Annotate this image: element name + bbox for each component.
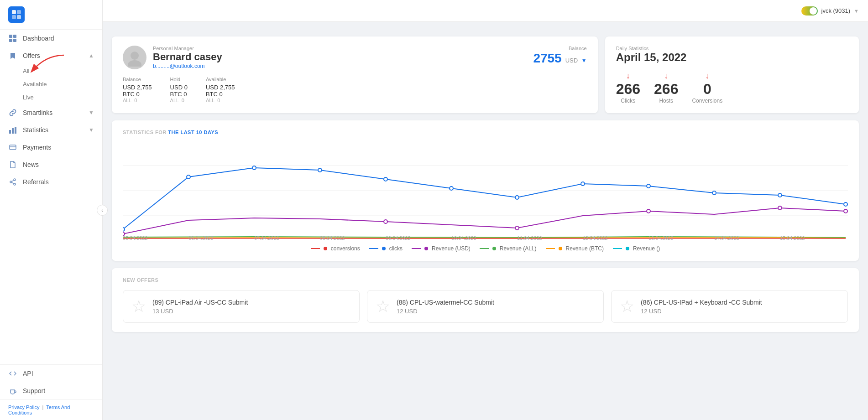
balance-value: 2755 xyxy=(533,51,561,66)
svg-point-26 xyxy=(318,168,322,172)
svg-point-23 xyxy=(123,228,125,231)
sidebar-item-news-label: News xyxy=(23,161,39,168)
logo-icon xyxy=(8,6,25,23)
main-content: Personal Manager Bernard casey b........… xyxy=(103,0,868,420)
avatar xyxy=(123,46,146,69)
balance-currency: USD ▼ xyxy=(565,57,587,64)
svg-point-32 xyxy=(712,191,716,195)
svg-point-33 xyxy=(778,193,782,197)
hosts-label: Hosts xyxy=(654,98,678,104)
sidebar-item-referrals[interactable]: Referrals xyxy=(0,173,102,191)
stat-hosts: ↓ 266 Hosts xyxy=(654,71,678,104)
chart-svg: 05.04.2022 06.04.2022 07.04.2022 08.04.2… xyxy=(123,140,848,241)
svg-text:14.04.2022: 14.04.2022 xyxy=(714,235,739,241)
toggle-knob xyxy=(810,7,817,15)
down-arrow-clicks: ↓ xyxy=(616,71,640,81)
daily-stats-card: Daily Statistics April 15, 2022 ↓ 266 Cl… xyxy=(605,36,859,113)
svg-rect-0 xyxy=(12,10,16,14)
grid-icon xyxy=(8,35,17,42)
hosts-value: 266 xyxy=(654,81,678,98)
svg-text:08.04.2022: 08.04.2022 xyxy=(320,235,345,241)
credit-card-icon xyxy=(8,144,17,151)
privacy-policy-link[interactable]: Privacy Policy xyxy=(8,404,39,410)
manager-header: Personal Manager Bernard casey b........… xyxy=(123,46,587,69)
svg-point-30 xyxy=(581,182,585,186)
sidebar-item-payments[interactable]: Payments xyxy=(0,139,102,156)
sidebar-item-dashboard-label: Dashboard xyxy=(23,35,54,42)
legend-conversions: conversions xyxy=(311,245,360,252)
manager-card: Personal Manager Bernard casey b........… xyxy=(112,36,598,113)
svg-text:10.04.2022: 10.04.2022 xyxy=(451,235,476,241)
stat-conversions: ↓ 0 Conversions xyxy=(692,71,722,104)
offer-star-86[interactable]: ☆ xyxy=(620,297,634,316)
offer-star-88[interactable]: ☆ xyxy=(376,297,390,316)
balance-item-hold: Hold USD 0 BTC 0 ALL 0 xyxy=(170,77,188,103)
theme-toggle[interactable] xyxy=(801,6,818,16)
chevron-down-icon: ▼ xyxy=(89,109,94,116)
sidebar-sub-all[interactable]: All xyxy=(0,64,102,78)
legend-revenue-btc-label: Revenue (BTC) xyxy=(566,245,604,252)
offer-title-88: (88) CPL-US-watermel-CC Submit xyxy=(397,299,494,306)
sidebar-item-api[interactable]: API xyxy=(0,365,102,382)
svg-point-19 xyxy=(128,60,141,67)
svg-rect-10 xyxy=(15,127,16,134)
svg-rect-6 xyxy=(9,39,12,42)
sidebar-item-dashboard[interactable]: Dashboard xyxy=(0,30,102,47)
coffee-icon xyxy=(8,387,17,394)
svg-point-24 xyxy=(187,175,190,179)
svg-rect-7 xyxy=(13,39,16,42)
sidebar-item-support[interactable]: Support xyxy=(0,382,102,399)
svg-rect-2 xyxy=(12,15,16,19)
clicks-value: 266 xyxy=(616,81,640,98)
link-icon xyxy=(8,109,17,116)
sidebar-item-news[interactable]: News xyxy=(0,156,102,173)
legend-revenue-empty: Revenue () xyxy=(613,245,660,252)
sidebar-sub-live[interactable]: Live xyxy=(0,91,102,104)
manager-email: b.........@outlook.com xyxy=(153,63,222,69)
offers-section: NEW OFFERS ☆ (89) CPL-iPad Air -US-CC Su… xyxy=(112,268,859,332)
sidebar-item-offers[interactable]: Offers ▲ xyxy=(0,47,102,64)
sidebar-item-support-label: Support xyxy=(23,387,45,394)
down-arrow-hosts: ↓ xyxy=(654,71,678,81)
svg-point-28 xyxy=(450,187,453,190)
svg-point-13 xyxy=(14,179,16,181)
code-icon xyxy=(8,370,17,377)
svg-point-27 xyxy=(384,177,387,181)
svg-rect-5 xyxy=(13,35,16,38)
balance-dropdown-icon[interactable]: ▼ xyxy=(581,57,587,64)
sidebar-item-statistics-label: Statistics xyxy=(23,126,48,134)
offers-grid: ☆ (89) CPL-iPad Air -US-CC Submit 13 USD… xyxy=(123,290,848,323)
chart-title-highlight: THE LAST 10 DAYS xyxy=(168,130,218,135)
offer-card-89[interactable]: ☆ (89) CPL-iPad Air -US-CC Submit 13 USD xyxy=(123,290,360,323)
svg-text:05.04.2022: 05.04.2022 xyxy=(123,235,148,241)
chevron-up-icon: ▲ xyxy=(89,52,94,59)
offer-price-88: 12 USD xyxy=(397,308,494,315)
sidebar-sub-available[interactable]: Available xyxy=(0,78,102,91)
sidebar-item-statistics[interactable]: Statistics ▼ xyxy=(0,121,102,139)
svg-rect-4 xyxy=(9,35,12,38)
svg-text:15.04.2022: 15.04.2022 xyxy=(780,235,805,241)
svg-rect-3 xyxy=(17,15,21,19)
sidebar-footer: Privacy Policy | Terms And Conditions xyxy=(0,399,102,420)
personal-manager-label: Personal Manager xyxy=(153,46,222,51)
sidebar-item-smartlinks[interactable]: Smartlinks ▼ xyxy=(0,104,102,121)
manager-name: Bernard casey xyxy=(153,51,222,63)
offer-card-88[interactable]: ☆ (88) CPL-US-watermel-CC Submit 12 USD xyxy=(367,290,604,323)
sidebar-item-smartlinks-label: Smartlinks xyxy=(23,109,52,116)
user-info: jvck (9031) ▼ xyxy=(801,6,859,16)
svg-point-37 xyxy=(515,226,519,230)
svg-text:11.04.2022: 11.04.2022 xyxy=(517,235,542,241)
svg-point-18 xyxy=(131,52,139,60)
offer-star-89[interactable]: ☆ xyxy=(131,297,146,316)
stat-clicks: ↓ 266 Clicks xyxy=(616,71,640,104)
collapse-sidebar-button[interactable]: ‹ xyxy=(97,205,108,216)
sidebar-logo xyxy=(0,0,102,30)
balance-label: Balance xyxy=(533,46,586,51)
svg-text:12.04.2022: 12.04.2022 xyxy=(583,235,608,241)
offer-card-86[interactable]: ☆ (86) CPL-US-IPad + Keyboard -CC Submit… xyxy=(611,290,848,323)
svg-point-40 xyxy=(844,209,847,213)
chart-container: 05.04.2022 06.04.2022 07.04.2022 08.04.2… xyxy=(123,140,848,241)
cards-row: Personal Manager Bernard casey b........… xyxy=(112,36,859,113)
offer-price-89: 13 USD xyxy=(152,308,248,315)
balance-item-balance: Balance USD 2,755 BTC 0 ALL 0 xyxy=(123,77,152,103)
